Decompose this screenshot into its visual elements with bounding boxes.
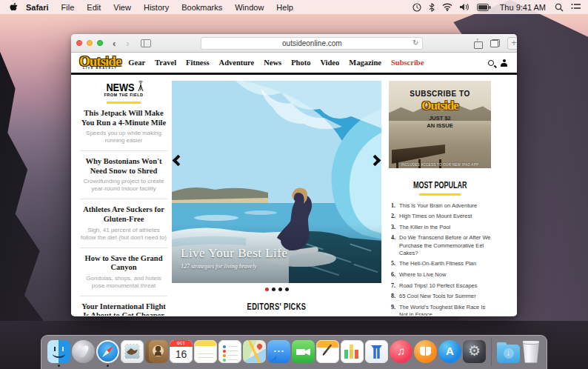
article-title[interactable]: This Jetpack Will Make You Run a 4-Minut… [80, 109, 167, 127]
nav-gear[interactable]: Gear [128, 59, 145, 67]
itunes-icon[interactable]: ♫ [390, 340, 412, 363]
back-button[interactable]: ‹ [107, 39, 121, 48]
list-item[interactable]: 5.The Hell-On-Earth Fitness Plan [389, 260, 491, 267]
minimize-button[interactable] [87, 40, 93, 46]
list-item[interactable]: 2.High Times on Mount Everest [389, 213, 491, 220]
url-text: outsideonline.com [282, 39, 342, 47]
outside-logo[interactable]: Outside LIVE BRAVELY [79, 56, 121, 69]
list-item[interactable]: 6.Where to Live Now [389, 271, 491, 279]
menu-file[interactable]: File [61, 3, 75, 12]
outside-tagline: LIVE BRAVELY [79, 67, 121, 69]
app-store-icon[interactable]: A [438, 340, 461, 363]
share-icon[interactable] [473, 39, 483, 48]
article-title[interactable]: How to Save the Grand Canyon [80, 254, 167, 273]
menu-history[interactable]: History [144, 3, 169, 12]
pages-icon[interactable] [316, 340, 339, 363]
notes-icon[interactable] [194, 340, 217, 363]
list-item[interactable]: 4.Do We Transcend Before or After We Pur… [389, 234, 491, 256]
system-preferences-icon[interactable]: ⚙ [463, 340, 486, 363]
article-title[interactable]: Why Bostonians Won't Need Snow to Shred [80, 157, 167, 176]
list-item[interactable]: 8.65 Cool New Tools for Summer [389, 293, 491, 300]
zoom-button[interactable] [97, 40, 103, 46]
numbers-icon[interactable] [341, 340, 364, 363]
article-title[interactable]: Your International Flight Is About to Ge… [80, 302, 167, 316]
sidebar-button[interactable] [141, 39, 151, 47]
maps-icon[interactable] [243, 340, 266, 363]
article-flight[interactable]: Your International Flight Is About to Ge… [80, 302, 167, 316]
article-bostonians[interactable]: Why Bostonians Won't Need Snow to Shred … [80, 157, 167, 193]
most-popular-list: 1.This Is Your Brain on Adventure 2.High… [389, 202, 491, 316]
mail-icon[interactable] [121, 340, 144, 363]
list-item[interactable]: 9.The World's Toughest Bike Race Is Not … [389, 304, 491, 316]
hero-subtitle: 127 strategies for living bravely [181, 263, 288, 270]
menu-safari[interactable]: Safari [26, 3, 49, 12]
trash-icon[interactable] [522, 341, 540, 363]
wifi-icon[interactable] [442, 3, 452, 11]
article-grand-canyon[interactable]: How to Save the Grand Canyon Gondolas, s… [80, 254, 167, 290]
carousel-dot-1[interactable] [265, 287, 269, 291]
menu-bar: Safari File Edit View History Bookmarks … [0, 0, 588, 14]
notification-center-icon[interactable] [571, 3, 581, 11]
nav-travel[interactable]: Travel [155, 59, 176, 67]
hero-carousel[interactable]: Live Your Best Life 127 strategies for l… [172, 81, 381, 283]
ad-footnote: INCLUDES ACCESS TO OUR NEW IPAD APP [389, 163, 491, 167]
nav-magazine[interactable]: Magazine [349, 59, 381, 67]
list-item[interactable]: 7.Road Trips! 10 Perfect Escapes [389, 282, 491, 290]
reload-icon[interactable]: ↻ [412, 39, 418, 47]
spotlight-icon[interactable] [555, 3, 564, 12]
list-item[interactable]: 3.The Killer in the Pool [389, 224, 491, 231]
yellow-rule [107, 102, 141, 104]
nav-photo[interactable]: Photo [291, 59, 310, 67]
webpage: Outside LIVE BRAVELY Gear Travel Fitness… [71, 53, 517, 316]
new-tab-icon[interactable]: + [507, 37, 517, 50]
ad-price: JUST $2 AN ISSUE [389, 115, 491, 130]
ibooks-icon[interactable] [414, 340, 437, 363]
menubar-clock[interactable]: Thu 9:41 AM [500, 3, 546, 12]
news-from-the-field-logo: NEWS FROM THE FIELD [104, 81, 144, 97]
yellow-rule [419, 193, 461, 196]
carousel-dot-4[interactable] [285, 287, 289, 291]
site-header: Outside LIVE BRAVELY Gear Travel Fitness… [71, 53, 517, 75]
divider [80, 247, 167, 248]
clock-icon[interactable] [412, 3, 421, 12]
site-search-icon[interactable] [488, 60, 494, 66]
finder-icon[interactable] [47, 340, 70, 363]
article-title[interactable]: Athletes Are Suckers for Gluten-Free [80, 205, 167, 224]
article-jetpack[interactable]: This Jetpack Will Make You Run a 4-Minut… [80, 109, 167, 144]
nav-subscribe[interactable]: Subscribe [391, 59, 424, 67]
messages-icon[interactable] [267, 340, 290, 363]
safari-dock-icon[interactable] [96, 340, 119, 363]
keynote-icon[interactable] [365, 340, 388, 363]
carousel-dot-3[interactable] [278, 287, 282, 291]
calendar-icon[interactable]: OCT 16 [170, 340, 193, 363]
dock: OCT 16 ♫ A ⚙ [41, 335, 547, 369]
address-bar[interactable]: outsideonline.com ↻ [201, 37, 423, 50]
volume-icon[interactable] [460, 3, 470, 11]
apple-menu-icon[interactable] [9, 2, 19, 13]
hero-title[interactable]: Live Your Best Life [181, 246, 288, 261]
nav-news[interactable]: News [264, 59, 281, 67]
downloads-folder-icon[interactable] [497, 345, 520, 363]
contacts-icon[interactable] [145, 340, 168, 363]
carousel-dot-2[interactable] [272, 287, 275, 291]
battery-icon[interactable] [477, 4, 491, 11]
list-item[interactable]: 1.This Is Your Brain on Adventure [389, 202, 491, 210]
close-button[interactable] [76, 40, 82, 46]
launchpad-icon[interactable] [72, 340, 95, 363]
tab-overview-icon[interactable] [490, 39, 500, 47]
account-icon[interactable] [501, 59, 507, 67]
bluetooth-icon[interactable] [429, 3, 435, 12]
facetime-icon[interactable] [292, 340, 315, 363]
subscribe-ad[interactable]: SUBSCRIBE TO Outside JUST $2 AN ISSUE IN… [389, 81, 491, 168]
nav-adventure[interactable]: Adventure [219, 59, 255, 67]
article-gluten-free[interactable]: Athletes Are Suckers for Gluten-Free Sig… [80, 205, 167, 241]
reminders-icon[interactable] [218, 340, 241, 363]
menu-edit[interactable]: Edit [87, 3, 101, 12]
nav-video[interactable]: Video [320, 59, 339, 67]
menu-help[interactable]: Help [276, 3, 293, 12]
nav-fitness[interactable]: Fitness [186, 59, 210, 67]
menu-bookmarks[interactable]: Bookmarks [181, 3, 222, 12]
menu-window[interactable]: Window [235, 3, 264, 12]
forward-button[interactable]: › [121, 39, 134, 48]
menu-view[interactable]: View [113, 3, 131, 12]
